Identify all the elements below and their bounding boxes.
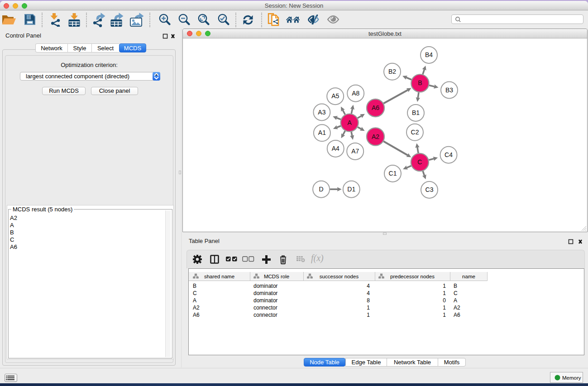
svg-text:A8: A8 [352, 90, 359, 97]
svg-text:C4: C4 [445, 151, 453, 158]
svg-text:A6: A6 [372, 104, 379, 111]
svg-text:D: D [319, 186, 324, 193]
svg-text:B4: B4 [425, 51, 433, 58]
svg-text:A: A [347, 119, 352, 126]
svg-text:C3: C3 [425, 186, 434, 193]
svg-text:A2: A2 [372, 133, 379, 140]
svg-text:D1: D1 [347, 186, 355, 193]
svg-text:A5: A5 [331, 92, 339, 100]
svg-text:B: B [418, 79, 422, 86]
svg-text:C1: C1 [389, 170, 397, 177]
svg-text:C2: C2 [411, 129, 419, 136]
svg-text:B1: B1 [412, 109, 420, 116]
svg-text:A1: A1 [318, 129, 326, 136]
svg-text:C: C [417, 158, 422, 166]
svg-text:B3: B3 [445, 86, 453, 94]
svg-text:A3: A3 [318, 109, 325, 116]
svg-text:A7: A7 [351, 148, 359, 155]
svg-text:B2: B2 [388, 68, 396, 75]
svg-text:A4: A4 [332, 145, 339, 152]
